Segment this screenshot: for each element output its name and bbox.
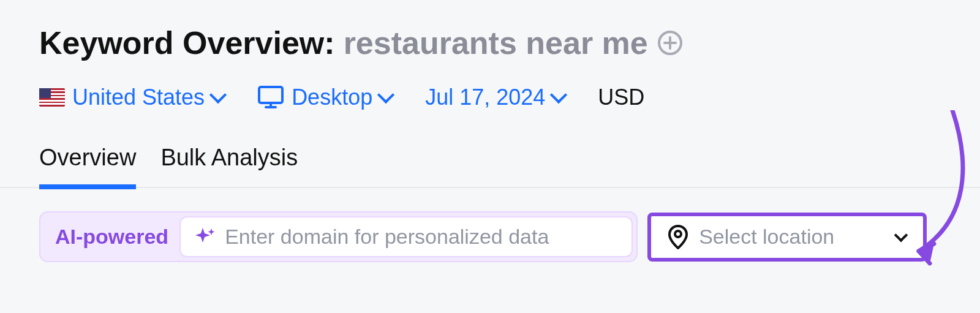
ai-powered-container: AI-powered [39, 211, 638, 262]
ai-powered-label: AI-powered [55, 225, 168, 249]
tab-overview-label: Overview [39, 145, 136, 170]
svg-rect-0 [259, 87, 282, 103]
location-select[interactable]: Select location [647, 213, 927, 262]
title-row: Keyword Overview: restaurants near me [39, 25, 941, 61]
page-title-keyword: restaurants near me [344, 25, 648, 61]
location-placeholder: Select location [699, 225, 834, 249]
filters-row: United States Desktop Jul 17, 2024 USD [39, 85, 941, 110]
desktop-icon [257, 85, 284, 110]
tab-bulk-label: Bulk Analysis [160, 145, 298, 170]
domain-input[interactable] [225, 225, 618, 249]
country-label: United States [72, 85, 205, 110]
flag-us-icon [39, 88, 65, 107]
date-label: Jul 17, 2024 [425, 85, 545, 110]
add-keyword-button[interactable] [658, 31, 682, 55]
chevron-down-icon [550, 86, 567, 104]
header-section: Keyword Overview: restaurants near me Un… [0, 0, 980, 110]
country-filter[interactable]: United States [39, 85, 224, 110]
tab-bulk-analysis[interactable]: Bulk Analysis [160, 145, 298, 187]
location-left: Select location [668, 225, 834, 249]
currency-label: USD [598, 85, 644, 110]
domain-input-wrap[interactable] [179, 216, 633, 257]
svg-point-1 [675, 231, 681, 237]
tab-overview[interactable]: Overview [39, 145, 136, 187]
chevron-down-icon [209, 86, 227, 104]
sparkle-icon [194, 226, 216, 248]
tabs-row: Overview Bulk Analysis [0, 145, 980, 188]
location-pin-icon [668, 225, 688, 249]
plus-icon [663, 36, 677, 50]
page-title-static: Keyword Overview: [39, 25, 335, 61]
date-filter[interactable]: Jul 17, 2024 [425, 85, 565, 110]
chevron-down-icon [377, 86, 394, 104]
currency-display: USD [598, 85, 644, 110]
chevron-down-icon [894, 228, 908, 242]
controls-row: AI-powered Select location [0, 188, 980, 285]
device-filter[interactable]: Desktop [257, 85, 392, 110]
device-label: Desktop [292, 85, 372, 110]
